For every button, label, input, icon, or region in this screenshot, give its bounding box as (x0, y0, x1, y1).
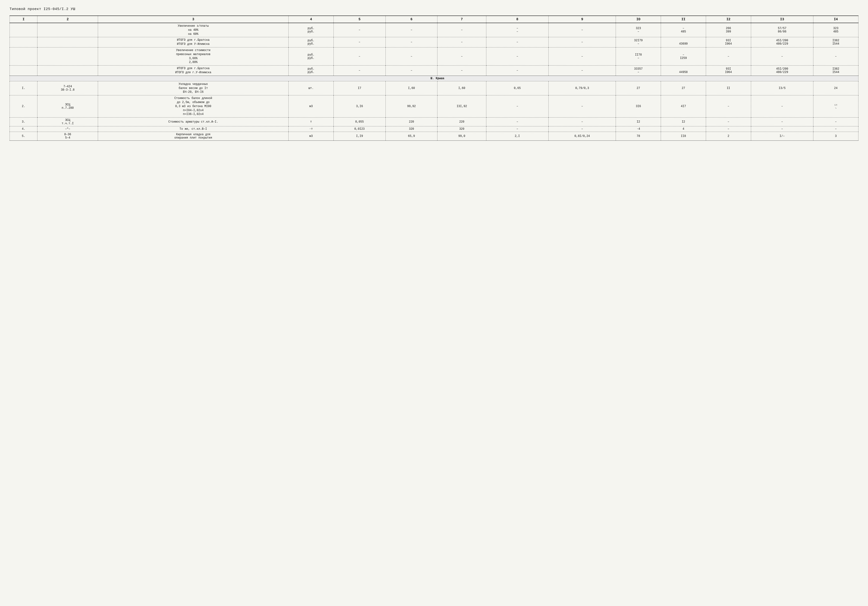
cell-10: 4I7 (661, 95, 706, 118)
cell-11: 266399 (706, 23, 751, 37)
cell-5: 65,9 (386, 132, 437, 141)
cell-9: 323– (616, 23, 661, 37)
cell-num: 5. (10, 132, 37, 141)
cell-12: I3/5 (751, 81, 813, 95)
header-col-4: 4 (288, 16, 334, 23)
cell-8: – (549, 23, 615, 37)
cell-10: 27 (661, 81, 706, 95)
cell-desc: Укладка чердачныхбалок весом до IтБЧ-20,… (98, 81, 288, 95)
cell-4: – (333, 65, 386, 76)
cell-7: – (486, 37, 549, 48)
cell-11: – (706, 126, 751, 132)
cell-7: – (486, 47, 549, 65)
cell-6: 99,0 (437, 132, 486, 141)
cell-13: 24 (814, 81, 859, 95)
header-col-3: 3 (98, 16, 288, 23)
cell-7: – (486, 65, 549, 76)
cell-8: – (549, 126, 615, 132)
cell-unit: руб.руб. (288, 47, 334, 65)
cell-11: 93II064 (706, 65, 751, 76)
table-row: ИТОГО для г.БратскаИТОГО для У-Илимска р… (10, 37, 859, 48)
cell-unit: м3 (288, 132, 334, 141)
cell-unit: ·т (288, 126, 334, 132)
header-col-2: 2 (37, 16, 98, 23)
cell-desc: Стоимость арматуры ст.кл.А–I. (98, 118, 288, 126)
cell-6: 220 (437, 118, 486, 126)
header-col-11: II (661, 16, 706, 23)
cell-10: 4 (661, 126, 706, 132)
cell-9: I2 (616, 118, 661, 126)
table-row: ИТОГО для г.БратскаИТОГО для г.У-Илимска… (10, 65, 859, 76)
cell-12: 45I/200480/229 (751, 65, 813, 76)
cell-unit: шт. (288, 81, 334, 95)
table-row: 5. 8–365–4 Кирпичная кладка дляопирания … (10, 132, 859, 141)
table-row: 4. –"– То же, ст.кл.В–I ·т 0,0I23 320 32… (10, 126, 859, 132)
cell-12: – (751, 95, 813, 118)
cell-9: 32I79– (616, 37, 661, 48)
cell-code: ЗСЦп.7.280 (37, 95, 98, 118)
cell-6: I3I,92 (437, 95, 486, 118)
cell-7: – (486, 118, 549, 126)
header-col-12: I2 (706, 16, 751, 23)
cell-7: – (486, 126, 549, 132)
cell-num (10, 65, 37, 76)
cell-num: 3. (10, 118, 37, 126)
cell-6: – (437, 47, 486, 65)
cell-code (37, 47, 98, 65)
header-col-13: I3 (751, 16, 813, 23)
cell-desc: Стоимость балок длинойдо 2,5м, объемом д… (98, 95, 288, 118)
cell-num: I. (10, 81, 37, 95)
table-header-row: I 2 3 4 5 6 7 8 9 IO II I2 I3 I4 (10, 16, 859, 23)
cell-num: 2. (10, 95, 37, 118)
page-title: Типовой проект I25-045/I.2 УШ (9, 7, 859, 11)
header-col-10: IO (616, 16, 661, 23)
table-row: Увеличение з/платына 40%на 60% руб.руб. … (10, 23, 859, 37)
cell-num (10, 37, 37, 48)
cell-7: 2,I (486, 132, 549, 141)
cell-5: 99,92 (386, 95, 437, 118)
cell-10: I2 (661, 118, 706, 126)
cell-4: 0,055 (333, 118, 386, 126)
cell-13: I382I544 (814, 65, 859, 76)
cell-desc: ИТОГО для г.БратскаИТОГО для У-Илимска (98, 37, 288, 48)
cell-9: 78 (616, 132, 661, 141)
cell-12: – (751, 126, 813, 132)
cell-6: – (437, 37, 486, 48)
cell-9: 33357– (616, 65, 661, 76)
cell-4: – (333, 47, 386, 65)
cell-8: 0,79/0,3 (549, 81, 615, 95)
cell-7: 0,65 (486, 81, 549, 95)
cell-desc: Увеличение стоимостипривозных материалов… (98, 47, 288, 65)
cell-12: – (751, 118, 813, 126)
cell-4: – (333, 37, 386, 48)
header-col-6: 6 (386, 16, 437, 23)
cell-5: 220 (386, 118, 437, 126)
cell-5: – (386, 23, 437, 37)
cell-5: 320 (386, 126, 437, 132)
cell-unit: т (288, 118, 334, 126)
cell-7: –– (486, 23, 549, 37)
cell-5: – (386, 65, 437, 76)
cell-13: – (814, 118, 859, 126)
cell-10: II8 (661, 132, 706, 141)
header-col-7: 7 (437, 16, 486, 23)
cell-code: 7–42438-3-I.8 (37, 81, 98, 95)
cell-13: I382I544 (814, 37, 859, 48)
header-col-5: 5 (333, 16, 386, 23)
cell-13: – (814, 47, 859, 65)
cell-num: 4. (10, 126, 37, 132)
cell-13: 323485 (814, 23, 859, 37)
cell-unit: руб.руб. (288, 65, 334, 76)
cell-num (10, 47, 37, 65)
cell-12: 45I/200480/229 (751, 37, 813, 48)
cell-11: – (706, 47, 751, 65)
header-col-9: 9 (549, 16, 615, 23)
cell-code: 8–365–4 (37, 132, 98, 141)
cell-4: I7 (333, 81, 386, 95)
header-col-1: I (10, 16, 37, 23)
cell-11: – (706, 118, 751, 126)
cell-13: сл↘ (814, 95, 859, 118)
cell-code (37, 23, 98, 37)
cell-code: –"– (37, 126, 98, 132)
cell-8: – (549, 47, 615, 65)
